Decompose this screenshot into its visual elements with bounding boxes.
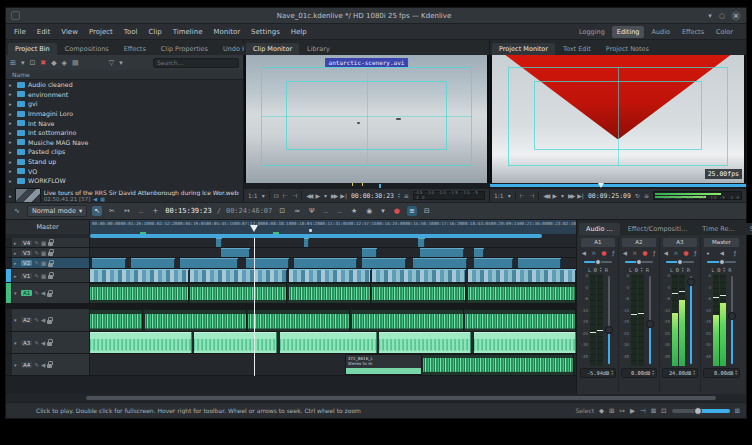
balance-spinner[interactable]: ▴▾: [600, 267, 602, 273]
track-lane-a2[interactable]: [90, 309, 576, 331]
track-lane-a3[interactable]: [90, 332, 576, 353]
bin-folder-musiche-mag-nave[interactable]: ▸Musiche MAG Nave: [6, 138, 243, 148]
rewind-icon[interactable]: ◀◀: [306, 192, 311, 199]
zoom-dropdown-icon[interactable]: ▾: [262, 192, 265, 199]
target-indicator[interactable]: [6, 283, 11, 303]
speaker-icon[interactable]: ◀: [41, 317, 45, 323]
bin-clip-item[interactable]: ▸Live tours of the RRS Sir David Attenbo…: [6, 186, 243, 202]
chevron-right-icon[interactable]: ▸: [9, 101, 14, 107]
timeline-clip[interactable]: [468, 283, 576, 303]
filter-dropdown-icon[interactable]: ▾: [119, 59, 123, 67]
timeline-clip[interactable]: [190, 283, 287, 303]
timeline-clip[interactable]: [221, 248, 250, 257]
chevron-right-icon[interactable]: ▸: [9, 120, 14, 126]
fit-timeline-icon[interactable]: ⊞: [735, 407, 740, 415]
track-header-a2[interactable]: ▾A2✎◀: [12, 309, 90, 331]
shade-button[interactable]: ▾: [704, 10, 716, 22]
track-header-a4[interactable]: ▾A4✎◀: [12, 354, 90, 375]
timeline-clip[interactable]: [362, 248, 377, 257]
menu-tool[interactable]: Tool: [124, 28, 138, 36]
timeline-clip[interactable]: [194, 332, 277, 353]
workspace-effects[interactable]: Effects: [677, 26, 709, 38]
edit-icon[interactable]: ✎: [34, 362, 39, 368]
workspace-audio[interactable]: Audio: [646, 26, 674, 38]
bin-tab-clip-properties[interactable]: Clip Properties: [154, 43, 215, 55]
edit-icon[interactable]: ✎: [34, 250, 39, 256]
volume-fader[interactable]: [727, 274, 738, 366]
volume-fader[interactable]: [645, 274, 656, 366]
fit-zoom-icon[interactable]: ⊠: [651, 407, 656, 415]
timeline-clip[interactable]: [90, 309, 143, 331]
clip-monitor-video[interactable]: antarctic-scenery.avi: [244, 55, 489, 183]
timeline-clip[interactable]: [190, 269, 287, 282]
chevron-right-icon[interactable]: ▸: [9, 130, 14, 136]
track-lane-v3[interactable]: [90, 248, 576, 257]
project-monitor-timecode[interactable]: 00:09:25:09: [588, 192, 631, 200]
speaker-icon[interactable]: ◀: [41, 290, 45, 296]
add-clip-icon[interactable]: ⊞: [10, 59, 16, 67]
target-indicator[interactable]: [6, 354, 11, 375]
volume-spinner[interactable]: ▴▾: [652, 370, 654, 376]
play-dropdown-icon[interactable]: ▾: [561, 192, 564, 199]
zoom-dropdown-icon[interactable]: ▾: [508, 192, 511, 199]
timeline-clip[interactable]: [362, 258, 406, 268]
pan-knob[interactable]: [677, 259, 683, 265]
timeline-clip[interactable]: [145, 309, 247, 331]
clip-monitor-timecode[interactable]: 00:00:30:23: [351, 192, 394, 200]
volume-spinner[interactable]: ▴▾: [611, 370, 613, 376]
chevron-right-icon[interactable]: ▸: [9, 82, 14, 88]
bin-tab-project-bin[interactable]: Project Bin: [8, 43, 57, 55]
selection-tool-icon[interactable]: ↖: [92, 206, 102, 216]
timeline-clip[interactable]: [465, 309, 576, 331]
timeline-clip[interactable]: [418, 238, 425, 247]
video-track-icon[interactable]: ▦: [41, 240, 46, 246]
video-track-icon[interactable]: ▦: [41, 260, 46, 266]
chevron-icon[interactable]: ▸: [14, 240, 19, 246]
menu-edit[interactable]: Edit: [37, 28, 51, 36]
project-monitor-tab-project-monitor[interactable]: Project Monitor: [492, 43, 555, 55]
timeline-clip[interactable]: [90, 332, 192, 353]
timeline-clip[interactable]: [518, 258, 562, 268]
chevron-icon[interactable]: ▾: [14, 362, 19, 368]
mixer-tab-subtitles[interactable]: Subtitles: [743, 223, 752, 235]
fader-knob[interactable]: [687, 278, 695, 286]
bin-folder-gvi[interactable]: ▸gvi: [6, 99, 243, 109]
balance-value[interactable]: 0: [594, 267, 597, 273]
pan-slider[interactable]: [625, 258, 653, 265]
bin-column-header[interactable]: Name: [6, 70, 243, 80]
mixer-tab-effect-compositi[interactable]: Effect/Compositi...: [621, 223, 695, 235]
timeline-clip[interactable]: [180, 258, 238, 268]
forward-icon[interactable]: ▶▶: [568, 192, 573, 199]
effects-icon[interactable]: ƒ: [694, 250, 696, 256]
overlay-toggle-icon[interactable]: ⊞: [609, 407, 614, 415]
master-track-button[interactable]: Master: [6, 220, 90, 234]
target-indicator[interactable]: [6, 332, 11, 353]
razor-tool-icon[interactable]: ✂: [107, 206, 117, 216]
playback-toggle-icon[interactable]: ▶: [630, 407, 635, 415]
chevron-right-icon[interactable]: ▸: [9, 159, 14, 165]
mixer-tab-time-re[interactable]: Time Re...: [695, 223, 741, 235]
timeline-clip[interactable]: [304, 238, 309, 247]
timeline-clip[interactable]: [352, 309, 464, 331]
speaker-icon[interactable]: ◀: [582, 250, 586, 256]
target-menu-icon[interactable]: ◉: [364, 206, 374, 216]
monitor-menu-icon[interactable]: ≡: [404, 192, 409, 199]
track-header-v1[interactable]: ▸V1✎▦: [12, 269, 90, 282]
video-track-icon[interactable]: ▦: [41, 273, 46, 279]
edit-mode-select[interactable]: Normal mode ▾: [27, 205, 87, 217]
bin-folder-pasted-clips[interactable]: ▸Pasted clips: [6, 147, 243, 157]
volume-value-box[interactable]: 0.00dB▴▾: [621, 368, 657, 378]
pan-knob[interactable]: [636, 259, 642, 265]
pan-slider[interactable]: [707, 258, 736, 265]
zoom-out-icon[interactable]: ⊡: [661, 407, 666, 415]
play-dropdown-icon[interactable]: ▾: [324, 192, 327, 199]
timeline[interactable]: Master 00:00:00:0000:01:26:1000:02:52:20…: [6, 220, 576, 394]
timeline-clip[interactable]: [379, 332, 471, 353]
track-header-v2[interactable]: ▸V2✎▦: [12, 258, 90, 268]
maximize-button[interactable]: ○: [716, 10, 728, 22]
volume-spinner[interactable]: ▴▾: [693, 370, 695, 376]
balance-spinner[interactable]: ▴▾: [723, 267, 725, 273]
bin-tab-effects[interactable]: Effects: [117, 43, 153, 55]
track-header-v3[interactable]: ▸V3✎▦: [12, 248, 90, 257]
track-header-a3[interactable]: ▾A3✎◀: [12, 332, 90, 353]
